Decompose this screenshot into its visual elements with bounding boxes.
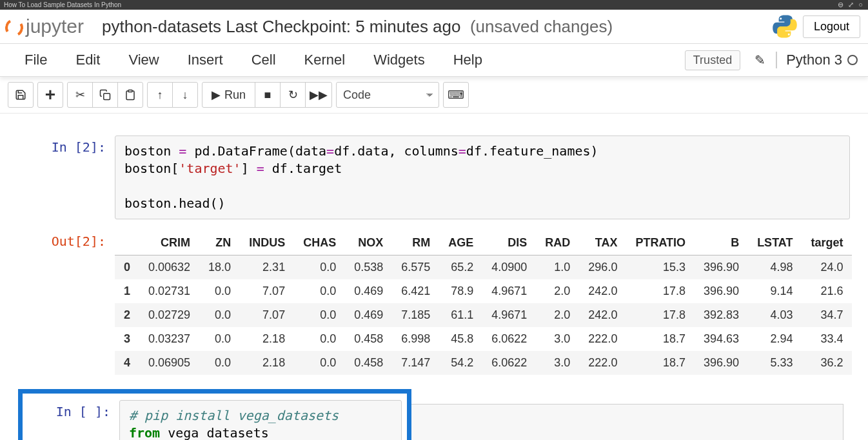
column-header: CRIM bbox=[139, 231, 199, 255]
menu-help[interactable]: Help bbox=[439, 44, 497, 76]
copy-button[interactable] bbox=[92, 82, 118, 108]
highlighted-cell: In [ ]: # pip install vega_datasets from… bbox=[18, 389, 411, 440]
svg-rect-1 bbox=[128, 90, 132, 92]
cell-value: 0.469 bbox=[345, 279, 392, 303]
cell-value: 36.2 bbox=[802, 351, 852, 375]
cell-value: 0.0 bbox=[294, 255, 345, 280]
cell-value: 0.458 bbox=[345, 351, 392, 375]
restart-run-button[interactable]: ▶▶ bbox=[305, 82, 332, 108]
cell-value: 0.0 bbox=[199, 279, 240, 303]
cell-value: 396.90 bbox=[695, 351, 748, 375]
cell-value: 7.07 bbox=[240, 303, 294, 327]
cell-value: 33.4 bbox=[802, 327, 852, 351]
menu-view[interactable]: View bbox=[114, 44, 173, 76]
menu-edit[interactable]: Edit bbox=[61, 44, 114, 76]
menu-cell[interactable]: Cell bbox=[237, 44, 290, 76]
cell-type-select[interactable]: Code bbox=[336, 82, 439, 108]
column-header: ZN bbox=[199, 231, 240, 255]
cell-value: 18.7 bbox=[626, 351, 695, 375]
cell-value: 78.9 bbox=[439, 279, 482, 303]
edit-icon[interactable]: ✎ bbox=[748, 52, 772, 68]
column-header: INDUS bbox=[240, 231, 294, 255]
restart-button[interactable]: ↻ bbox=[280, 82, 306, 108]
interrupt-button[interactable]: ■ bbox=[255, 82, 281, 108]
cell-value: 4.98 bbox=[748, 255, 802, 280]
cell-value: 2.18 bbox=[240, 351, 294, 375]
column-header: AGE bbox=[439, 231, 482, 255]
cell-value: 2.0 bbox=[536, 279, 579, 303]
cell-value: 6.575 bbox=[392, 255, 439, 280]
kernel-indicator[interactable]: Python 3 bbox=[776, 52, 858, 68]
logout-button[interactable]: Logout bbox=[803, 15, 860, 38]
code-cell[interactable]: In [2]: boston = pd.DataFrame(data=df.da… bbox=[6, 135, 862, 219]
column-header: NOX bbox=[345, 231, 392, 255]
input-prompt: In [2]: bbox=[6, 135, 115, 219]
row-index: 3 bbox=[115, 327, 139, 351]
table-row: 10.027310.07.070.00.4696.42178.94.96712.… bbox=[115, 279, 852, 303]
notebook-name[interactable]: python-datasets Last Checkpoint: 5 minut… bbox=[102, 17, 772, 37]
menu-widgets[interactable]: Widgets bbox=[359, 44, 439, 76]
column-header: LSTAT bbox=[748, 231, 802, 255]
cell-value: 2.0 bbox=[536, 303, 579, 327]
cell-value: 3.0 bbox=[536, 351, 579, 375]
cell-value: 0.0 bbox=[199, 303, 240, 327]
cell-value: 1.0 bbox=[536, 255, 579, 280]
window-controls[interactable]: ⊖ ⤢ ○ bbox=[838, 1, 864, 9]
cell-value: 296.0 bbox=[579, 255, 626, 280]
cell-value: 3.0 bbox=[536, 327, 579, 351]
cell-value: 6.998 bbox=[392, 327, 439, 351]
dataframe-table: CRIMZNINDUSCHASNOXRMAGEDISRADTAXPTRATIOB… bbox=[115, 231, 852, 375]
cell-value: 7.185 bbox=[392, 303, 439, 327]
cell-value: 222.0 bbox=[579, 327, 626, 351]
code-input[interactable]: boston = pd.DataFrame(data=df.data, colu… bbox=[115, 135, 850, 219]
column-header: RM bbox=[392, 231, 439, 255]
cut-button[interactable]: ✂ bbox=[67, 82, 93, 108]
browser-tab-strip: How To Load Sample Datasets In Python ⊖ … bbox=[0, 0, 868, 10]
output-area: CRIMZNINDUSCHASNOXRMAGEDISRADTAXPTRATIOB… bbox=[115, 230, 852, 375]
cell-value: 65.2 bbox=[439, 255, 482, 280]
run-button[interactable]: ▶ Run bbox=[202, 82, 255, 108]
code-cell[interactable]: In [ ]: # pip install vega_datasets from… bbox=[28, 400, 402, 440]
row-index: 1 bbox=[115, 279, 139, 303]
column-header: DIS bbox=[482, 231, 536, 255]
notebook-header: jupyter python-datasets Last Checkpoint:… bbox=[0, 10, 868, 43]
paste-button[interactable] bbox=[117, 82, 143, 108]
cell-value: 9.14 bbox=[748, 279, 802, 303]
cell-value: 18.7 bbox=[626, 327, 695, 351]
cell-value: 0.458 bbox=[345, 327, 392, 351]
cell-value: 0.02731 bbox=[139, 279, 199, 303]
menu-file[interactable]: File bbox=[10, 44, 61, 76]
notebook-container: In [2]: boston = pd.DataFrame(data=df.da… bbox=[0, 135, 868, 440]
cell-value: 0.0 bbox=[294, 327, 345, 351]
cell-value: 2.18 bbox=[240, 327, 294, 351]
menu-insert[interactable]: Insert bbox=[173, 44, 237, 76]
output-cell: Out[2]: CRIMZNINDUSCHASNOXRMAGEDISRADTAX… bbox=[6, 230, 862, 375]
command-palette-button[interactable]: ⌨ bbox=[443, 82, 469, 108]
menu-kernel[interactable]: Kernel bbox=[290, 44, 360, 76]
row-index: 4 bbox=[115, 351, 139, 375]
cell-value: 0.0 bbox=[199, 327, 240, 351]
code-input[interactable]: # pip install vega_datasets from vega_da… bbox=[119, 400, 402, 440]
cell-value: 45.8 bbox=[439, 327, 482, 351]
move-up-button[interactable]: ↑ bbox=[147, 82, 173, 108]
jupyter-logo-icon bbox=[3, 17, 25, 39]
trusted-indicator[interactable]: Trusted bbox=[685, 50, 740, 70]
column-header: B bbox=[695, 231, 748, 255]
cell-value: 396.90 bbox=[695, 255, 748, 280]
cell-value: 0.0 bbox=[294, 351, 345, 375]
python-logo-icon bbox=[772, 14, 798, 39]
cell-value: 34.7 bbox=[802, 303, 852, 327]
code-input-remainder[interactable] bbox=[411, 404, 843, 440]
move-down-button[interactable]: ↓ bbox=[172, 82, 198, 108]
cell-value: 17.8 bbox=[626, 303, 695, 327]
insert-cell-button[interactable]: + bbox=[37, 82, 63, 108]
table-row: 00.0063218.02.310.00.5386.57565.24.09001… bbox=[115, 255, 852, 280]
cell-value: 21.6 bbox=[802, 279, 852, 303]
save-button[interactable] bbox=[8, 82, 34, 108]
cell-value: 61.1 bbox=[439, 303, 482, 327]
cell-value: 7.147 bbox=[392, 351, 439, 375]
row-index: 2 bbox=[115, 303, 139, 327]
cell-value: 0.06905 bbox=[139, 351, 199, 375]
cell-value: 394.63 bbox=[695, 327, 748, 351]
cell-value: 18.0 bbox=[199, 255, 240, 280]
